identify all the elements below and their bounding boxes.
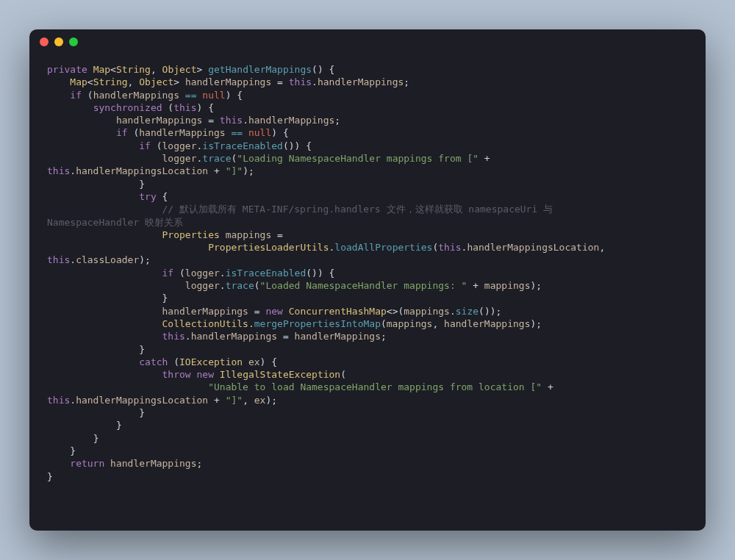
field: handlerMappingsLocation	[467, 242, 599, 253]
punct: );	[243, 165, 254, 176]
this: this	[162, 331, 185, 342]
indent	[47, 280, 185, 291]
punct: ;	[381, 331, 387, 342]
ident: logger	[185, 280, 220, 291]
punct: (	[173, 268, 185, 279]
fn: mergePropertiesIntoMap	[254, 318, 381, 329]
ident: mappings	[220, 229, 271, 240]
kw: return	[70, 458, 104, 469]
indent	[47, 445, 70, 456]
type-map: Map	[93, 64, 110, 75]
kw: new	[265, 306, 282, 317]
null: null	[202, 90, 225, 101]
type: Properties	[162, 229, 220, 240]
punct: .	[220, 268, 226, 279]
punct: <	[87, 76, 93, 87]
indent	[47, 356, 139, 367]
punct: );	[265, 395, 277, 406]
indent	[47, 127, 116, 138]
type: IllegalStateException	[220, 369, 340, 380]
punct: {	[157, 191, 168, 202]
fn: loadAllProperties	[334, 242, 432, 253]
string: "]"	[226, 165, 243, 176]
punct: (	[381, 318, 387, 329]
this: this	[47, 165, 70, 176]
indent	[47, 90, 70, 101]
punct: .	[70, 395, 76, 406]
punct: .	[243, 115, 248, 126]
this: this	[47, 395, 70, 406]
ident: logger	[185, 268, 220, 279]
punct: ,	[243, 395, 254, 406]
indent	[47, 140, 139, 151]
fn: isTraceEnabled	[226, 268, 306, 279]
field: handlerMappings	[318, 76, 404, 87]
indent	[47, 292, 162, 304]
punct: +	[478, 153, 495, 164]
kw: catch	[139, 356, 168, 367]
indent	[47, 268, 162, 279]
code-window: private Map<String, Object> getHandlerMa…	[29, 29, 706, 531]
fn: size	[456, 306, 478, 317]
punct: .	[220, 280, 226, 291]
punct: ) {	[226, 90, 243, 101]
kw: if	[116, 127, 128, 138]
fn: isTraceEnabled	[202, 140, 283, 151]
ident: handlerMappings	[295, 331, 381, 342]
indent	[47, 331, 162, 342]
punct: () {	[312, 64, 334, 75]
comment: NamespaceHandler 映射关系	[47, 217, 183, 228]
punct: .	[185, 331, 191, 342]
punct: <	[110, 64, 116, 75]
indent	[47, 318, 162, 329]
field: handlerMappingsLocation	[76, 395, 208, 406]
ident: handlerMappings	[139, 127, 225, 138]
punct: =	[202, 115, 219, 126]
punct: >	[197, 64, 203, 75]
brace: }	[70, 445, 76, 456]
fn: getHandlerMappings	[208, 64, 312, 75]
this: this	[289, 76, 312, 87]
string: "]"	[226, 395, 243, 406]
string: "Loaded NamespaceHandler mappings: "	[260, 280, 467, 291]
minimize-icon[interactable]	[54, 37, 63, 46]
indent	[47, 381, 208, 392]
indent	[47, 191, 139, 202]
punct: (	[82, 90, 93, 101]
type: Map	[70, 76, 87, 87]
ident: handlerMappings	[93, 90, 179, 101]
indent	[47, 153, 162, 164]
indent	[47, 306, 162, 317]
zoom-icon[interactable]	[69, 37, 78, 46]
ident: handlerMappings	[104, 458, 196, 469]
punct: ,	[151, 64, 162, 75]
kw: try	[139, 191, 156, 202]
window-titlebar	[29, 29, 706, 54]
field: handlerMappingsLocation	[76, 165, 208, 176]
brace: }	[116, 420, 122, 431]
type: CollectionUtils	[162, 318, 248, 329]
brace: }	[93, 433, 99, 444]
punct: );	[530, 280, 542, 291]
punct: (	[128, 127, 140, 138]
indent	[47, 458, 70, 469]
comment: // 默认加载所有 META-INF/spring.handlers 文件，这样…	[162, 204, 559, 215]
punct: =	[271, 229, 283, 240]
punct: ,	[599, 242, 611, 253]
this: this	[47, 254, 70, 265]
null: null	[248, 127, 271, 138]
punct: ;	[404, 76, 409, 87]
ident: mappings	[484, 280, 531, 291]
punct: (	[254, 280, 260, 291]
ident: handlerMappings	[162, 306, 248, 317]
this: this	[220, 115, 243, 126]
indent	[47, 204, 162, 215]
brace: }	[139, 179, 145, 190]
punct: ) {	[271, 127, 288, 138]
close-icon[interactable]	[40, 37, 49, 46]
punct: <>	[387, 306, 398, 317]
punct: ;	[334, 115, 340, 126]
this: this	[438, 242, 461, 253]
space	[283, 306, 289, 317]
indent	[47, 344, 139, 355]
